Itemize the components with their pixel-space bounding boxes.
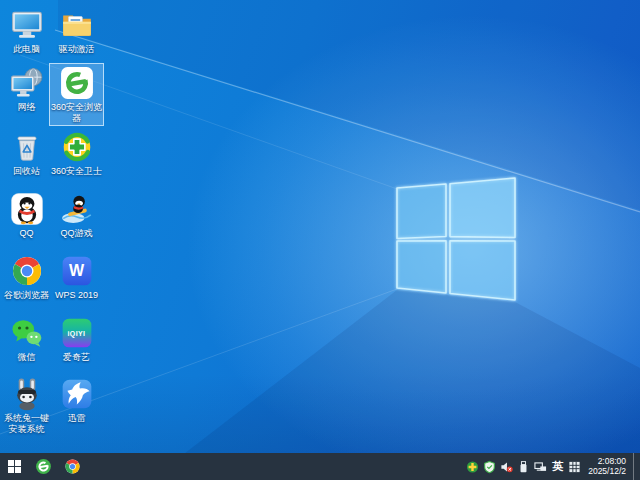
iqiyi-icon: iQIYI — [60, 316, 94, 350]
recycle-bin-icon — [10, 130, 44, 164]
chrome-icon — [64, 458, 81, 475]
taskbar-chrome-button[interactable] — [58, 453, 87, 480]
desktop-icon-360-secure-browser[interactable]: 360安全浏览器 — [50, 64, 103, 125]
360-shield-icon[interactable] — [483, 460, 496, 474]
desktop-icon-label: 网络 — [0, 102, 53, 113]
desktop-icon-360-safety-guard[interactable]: 360安全卫士 — [50, 128, 103, 179]
network-status-icon[interactable] — [534, 460, 547, 474]
volume-muted-icon[interactable] — [500, 460, 513, 474]
taskbar: 英 2:08:00 2025/12/2 — [0, 453, 640, 480]
usb-icon[interactable] — [517, 460, 530, 474]
desktop-icon-recycle-bin[interactable]: 回收站 — [0, 128, 53, 179]
ime-language-indicator[interactable]: 英 — [551, 453, 564, 480]
desktop-icon-label: 爱奇艺 — [50, 352, 103, 363]
desktop-icon-qq-games[interactable]: QQ游戏 — [50, 190, 103, 241]
desktop-icon-system-rabbit-installer[interactable]: 系统兔一键安装系统 — [0, 375, 53, 436]
wechat-icon — [10, 316, 44, 350]
desktop-icon-this-pc[interactable]: 此电脑 — [0, 6, 53, 57]
wps-icon: W — [60, 254, 94, 288]
desktop-icon-network[interactable]: 网络 — [0, 64, 53, 115]
start-button[interactable] — [0, 453, 29, 480]
desktop-icon-label: QQ游戏 — [50, 228, 103, 239]
desktop-icon-label: WPS 2019 — [50, 290, 103, 301]
folder-icon — [60, 8, 94, 42]
desktop-icon-label: 迅雷 — [50, 413, 103, 424]
desktop-icon-wps-2019[interactable]: W WPS 2019 — [50, 252, 103, 303]
desktop-icon-xunlei[interactable]: 迅雷 — [50, 375, 103, 426]
qq-icon — [10, 192, 44, 226]
xunlei-icon — [60, 377, 94, 411]
chrome-icon — [10, 254, 44, 288]
desktop-icon-driver-activation[interactable]: 驱动激活 — [50, 6, 103, 57]
desktop-icon-label: 系统兔一键安装系统 — [0, 413, 53, 434]
taskbar-clock[interactable]: 2:08:00 2025/12/2 — [588, 457, 626, 476]
rabbit-icon — [10, 377, 44, 411]
network-icon — [10, 66, 44, 100]
desktop-icon-label: 回收站 — [0, 166, 53, 177]
desktop-icon-label: 微信 — [0, 352, 53, 363]
desktop-icon-google-chrome[interactable]: 谷歌浏览器 — [0, 252, 53, 303]
360-browser-icon — [60, 66, 94, 100]
360-browser-icon — [35, 458, 52, 475]
desktop-icon-label: 此电脑 — [0, 44, 53, 55]
desktop-icon-label: 360安全浏览器 — [50, 102, 103, 123]
desktop-icon-label: QQ — [0, 228, 53, 239]
desktop: 此电脑 驱动激活 — [0, 0, 640, 453]
clock-date: 2025/12/2 — [588, 467, 626, 477]
show-desktop-button[interactable] — [633, 453, 638, 480]
desktop-icon-iqiyi[interactable]: iQIYI 爱奇艺 — [50, 314, 103, 365]
desktop-icon-qq[interactable]: QQ — [0, 190, 53, 241]
taskbar-360-browser-button[interactable] — [29, 453, 58, 480]
360-safety-guard-icon — [60, 130, 94, 164]
desktop-icon-label: 谷歌浏览器 — [0, 290, 53, 301]
360-antivirus-icon[interactable] — [466, 460, 479, 474]
windows-start-icon — [8, 460, 21, 473]
desktop-icon-label: 360安全卫士 — [50, 166, 103, 177]
system-tray: 英 2:08:00 2025/12/2 — [466, 453, 640, 480]
qq-games-icon — [60, 192, 94, 226]
desktop-icon-wechat[interactable]: 微信 — [0, 314, 53, 365]
this-pc-icon — [10, 8, 44, 42]
desktop-icon-label: 驱动激活 — [50, 44, 103, 55]
ime-grid-icon[interactable] — [568, 460, 581, 474]
